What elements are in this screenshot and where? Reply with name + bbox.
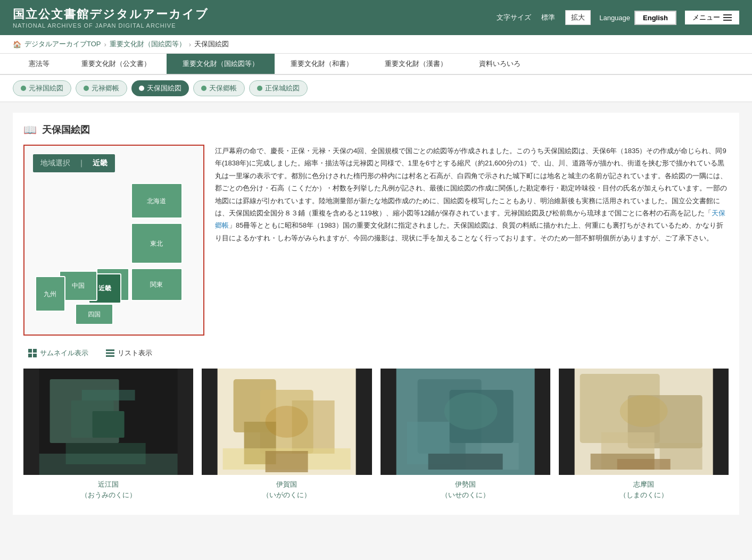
description: 江戸幕府の命で、慶長・正保・元禄・天保の4回、全国規模で国ごとの絵図等が作成され… bbox=[215, 145, 729, 336]
svg-point-36 bbox=[266, 406, 308, 438]
tab-washo[interactable]: 重要文化財（和書） bbox=[275, 54, 369, 74]
tab-kansho[interactable]: 重要文化財（漢書） bbox=[369, 54, 463, 74]
thumb-link-iga[interactable]: 伊賀国（いがのくに） bbox=[262, 480, 311, 499]
svg-text:東北: 東北 bbox=[150, 240, 163, 247]
breadcrumb-current: 天保国絵図 bbox=[194, 39, 229, 49]
nav-tabs: 憲法等 重要文化財（公文書） 重要文化財（国絵図等） 重要文化財（和書） 重要文… bbox=[0, 54, 752, 75]
svg-point-44 bbox=[444, 392, 497, 430]
subtab-genroku-gocho[interactable]: 元禄郷帳 bbox=[76, 80, 127, 96]
region-tohoku[interactable]: 東北 bbox=[131, 223, 182, 263]
svg-rect-22 bbox=[106, 355, 114, 357]
thumbnail-view-label: サムネイル表示 bbox=[40, 348, 88, 358]
region-kanto[interactable]: 関東 bbox=[131, 269, 182, 300]
thumb-link-omi[interactable]: 近江国（おうみのくに） bbox=[81, 480, 136, 499]
tab-kobunsho[interactable]: 重要文化財（公文書） bbox=[65, 54, 167, 74]
svg-rect-19 bbox=[33, 354, 37, 357]
header-controls: 文字サイズ 標準 拡大 Language English メニュー bbox=[497, 10, 739, 25]
thumb-shima[interactable]: 志摩国（しまのくに） bbox=[559, 369, 729, 504]
hamburger-icon bbox=[723, 14, 732, 21]
svg-rect-26 bbox=[93, 411, 125, 438]
region-selector-label: 地域選択 ｜ bbox=[40, 158, 93, 167]
list-view-button[interactable]: リスト表示 bbox=[101, 346, 156, 360]
svg-text:近畿: 近畿 bbox=[98, 285, 112, 292]
subtab-tempo-gocho[interactable]: 天保郷帳 bbox=[193, 80, 245, 96]
view-toggle: サムネイル表示 リスト表示 bbox=[23, 346, 729, 360]
svg-rect-29 bbox=[39, 454, 178, 475]
description-text: 江戸幕府の命で、慶長・正保・元禄・天保の4回、全国規模で国ごとの絵図等が作成され… bbox=[215, 145, 729, 244]
page-title-bar: 📖 天保国絵図 bbox=[23, 123, 729, 136]
subtab-genroku-ezu[interactable]: 元禄国絵図 bbox=[13, 80, 71, 96]
thumb-omi[interactable]: 近江国（おうみのくに） bbox=[23, 369, 193, 504]
svg-text:関東: 関東 bbox=[150, 281, 163, 288]
svg-rect-43 bbox=[428, 454, 502, 470]
language-label: Language bbox=[599, 14, 630, 22]
dot-icon bbox=[257, 86, 262, 91]
breadcrumb-top[interactable]: デジタルアーカイブTOP bbox=[24, 39, 101, 49]
site-title: 国立公文書館デジタルアーカイブ bbox=[13, 6, 209, 22]
thumb-iga[interactable]: 伊賀国（いがのくに） bbox=[202, 369, 371, 504]
thumb-label-iga: 伊賀国（いがのくに） bbox=[202, 475, 371, 504]
region-hokkaido[interactable]: 北海道 bbox=[131, 183, 182, 218]
tab-shiryo[interactable]: 資料いろいろ bbox=[463, 54, 536, 74]
svg-point-51 bbox=[619, 395, 667, 427]
region-selector: 地域選択 ｜ 近畿 bbox=[33, 154, 115, 172]
svg-rect-17 bbox=[33, 349, 37, 353]
language-button[interactable]: English bbox=[634, 11, 676, 25]
tab-kuniezuzu[interactable]: 重要文化財（国絵図等） bbox=[167, 54, 275, 74]
font-large-button[interactable]: 拡大 bbox=[565, 10, 591, 25]
tempo-gocho-link[interactable]: 天保郷帳 bbox=[215, 209, 725, 229]
tab-kenpouto[interactable]: 憲法等 bbox=[13, 54, 65, 74]
site-subtitle: NATIONAL ARCHIVES OF JAPAN DIGITAL ARCHI… bbox=[13, 22, 209, 29]
region-kyushu[interactable]: 九州 bbox=[36, 277, 65, 311]
thumb-img-shima bbox=[559, 369, 729, 475]
svg-rect-27 bbox=[82, 390, 135, 400]
menu-label: メニュー bbox=[692, 13, 720, 22]
thumbnail-view-button[interactable]: サムネイル表示 bbox=[23, 346, 93, 360]
thumb-ise[interactable]: 伊勢国（いせのくに） bbox=[381, 369, 550, 504]
thumb-label-ise: 伊勢国（いせのくに） bbox=[381, 475, 550, 504]
svg-rect-16 bbox=[28, 349, 32, 353]
sub-tabs: 元禄国絵図 元禄郷帳 天保国絵図 天保郷帳 正保城絵図 bbox=[0, 75, 752, 102]
dot-icon bbox=[139, 86, 144, 91]
site-logo: 国立公文書館デジタルアーカイブ NATIONAL ARCHIVES OF JAP… bbox=[13, 6, 209, 29]
subtab-tempo-gocho-label: 天保郷帳 bbox=[209, 83, 237, 93]
breadcrumb-sep-1: › bbox=[104, 40, 106, 48]
breadcrumb-sep-2: › bbox=[189, 40, 191, 48]
breadcrumb: 🏠 デジタルアーカイブTOP › 重要文化財（国絵図等） › 天保国絵図 bbox=[0, 35, 752, 54]
thumb-link-ise[interactable]: 伊勢国（いせのくに） bbox=[441, 480, 490, 499]
thumb-img-iga bbox=[202, 369, 371, 475]
dot-icon bbox=[21, 86, 26, 91]
thumb-label-shima: 志摩国（しまのくに） bbox=[559, 475, 729, 504]
svg-rect-20 bbox=[106, 349, 114, 351]
subtab-tempo-ezu-label: 天保国絵図 bbox=[147, 83, 181, 93]
svg-rect-18 bbox=[28, 354, 32, 357]
subtab-shoho-shiro-label: 正保城絵図 bbox=[265, 83, 300, 93]
svg-rect-52 bbox=[617, 459, 670, 470]
book-icon: 📖 bbox=[23, 123, 37, 136]
thumb-link-shima[interactable]: 志摩国（しまのくに） bbox=[619, 480, 668, 499]
thumbnails-grid: 近江国（おうみのくに） bbox=[23, 369, 729, 504]
subtab-shoho-shiro[interactable]: 正保城絵図 bbox=[249, 80, 308, 96]
breadcrumb-category[interactable]: 重要文化財（国絵図等） bbox=[110, 39, 186, 49]
header: 国立公文書館デジタルアーカイブ NATIONAL ARCHIVES OF JAP… bbox=[0, 0, 752, 35]
thumb-label-omi: 近江国（おうみのくに） bbox=[23, 475, 193, 504]
content-wrapper: 📖 天保国絵図 地域選択 ｜ 近畿 北海道 bbox=[13, 113, 739, 515]
region-shikoku[interactable]: 四国 bbox=[76, 304, 113, 324]
svg-text:北海道: 北海道 bbox=[147, 197, 166, 205]
grid-icon bbox=[28, 348, 37, 358]
subtab-tempo-ezu[interactable]: 天保国絵図 bbox=[131, 80, 189, 96]
svg-text:九州: 九州 bbox=[44, 290, 56, 298]
font-standard-button[interactable]: 標準 bbox=[535, 10, 561, 25]
svg-rect-21 bbox=[106, 353, 114, 354]
map-container: 地域選択 ｜ 近畿 北海道 東北 bbox=[23, 145, 204, 336]
dot-icon bbox=[201, 86, 206, 91]
selected-region: 近畿 bbox=[93, 158, 108, 167]
main-content: 📖 天保国絵図 地域選択 ｜ 近畿 北海道 bbox=[0, 102, 752, 525]
dot-icon bbox=[84, 86, 89, 91]
menu-button[interactable]: メニュー bbox=[685, 11, 739, 24]
svg-text:四国: 四国 bbox=[88, 311, 101, 318]
page-title: 天保国絵図 bbox=[42, 123, 90, 136]
svg-rect-37 bbox=[266, 451, 308, 472]
thumb-img-ise bbox=[381, 369, 550, 475]
japan-map: 北海道 東北 関東 中部 bbox=[33, 181, 187, 324]
